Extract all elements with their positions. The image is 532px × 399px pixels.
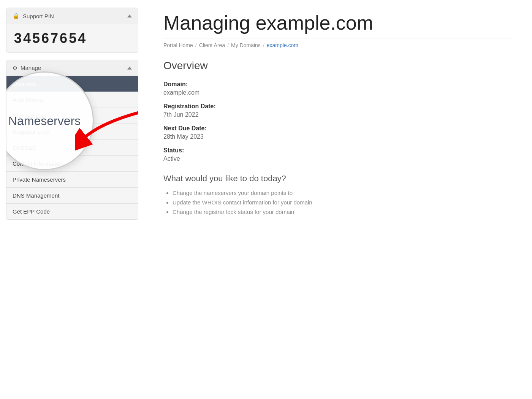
manage-menu-card: Manage Overview Auto Renew Nameservers R…: [6, 60, 138, 220]
next-due-label: Next Due Date:: [163, 125, 513, 132]
menu-item-privatens-label: Private Nameservers: [13, 176, 66, 183]
menu-item-dns[interactable]: DNS Management: [6, 188, 138, 204]
menu-item-privatens[interactable]: Private Nameservers: [6, 172, 138, 188]
breadcrumb: Portal Home / Client Area / My Domains /…: [163, 38, 513, 48]
support-pin-body: 34567654: [6, 24, 138, 52]
status-field: Status: Active: [163, 147, 513, 162]
next-due-field: Next Due Date: 28th May 2023: [163, 125, 513, 140]
manage-menu-header[interactable]: Manage: [6, 60, 138, 76]
chevron-up-icon: [127, 14, 132, 17]
breadcrumb-my-domains[interactable]: My Domains: [231, 42, 261, 48]
reg-date-value: 7th Jun 2022: [163, 111, 513, 118]
next-due-value: 28th May 2023: [163, 133, 513, 140]
domain-field: Domain: example.com: [163, 81, 513, 96]
menu-item-dns-label: DNS Management: [13, 192, 59, 199]
chevron-up-manage-icon: [127, 66, 132, 70]
todo-item-1[interactable]: Change the nameservers your domain point…: [173, 190, 513, 196]
support-pin-title: Support PIN: [23, 13, 54, 19]
gear-icon: [13, 65, 17, 71]
support-pin-header-left: 🔒 Support PIN: [13, 13, 54, 19]
overview-grid: Domain: example.com Registration Date: 7…: [163, 81, 513, 162]
breadcrumb-sep-1: /: [195, 42, 197, 48]
zoom-circle-text: Nameservers: [6, 106, 88, 136]
sidebar: 🔒 Support PIN 34567654 Manage Overview A…: [0, 0, 144, 399]
main-content: Managing example.com Portal Home / Clien…: [144, 0, 532, 399]
todo-list: Change the nameservers your domain point…: [163, 190, 513, 215]
reg-date-field: Registration Date: 7th Jun 2022: [163, 103, 513, 118]
menu-item-epp[interactable]: Get EPP Code: [6, 204, 138, 220]
breadcrumb-sep-2: /: [227, 42, 229, 48]
what-todo-title: What would you like to do today?: [163, 174, 513, 184]
todo-item-3[interactable]: Change the registrar lock status for you…: [173, 209, 513, 215]
manage-menu-header-left: Manage: [13, 65, 41, 71]
breadcrumb-sep-3: /: [263, 42, 264, 48]
todo-item-2[interactable]: Update the WHOIS contact information for…: [173, 199, 513, 206]
support-pin-value: 34567654: [14, 30, 130, 46]
domain-value: example.com: [163, 89, 513, 96]
breadcrumb-example-com[interactable]: example.com: [267, 42, 298, 48]
domain-label: Domain:: [163, 81, 513, 88]
status-label: Status:: [163, 147, 513, 154]
breadcrumb-portal-home[interactable]: Portal Home: [163, 42, 193, 48]
lock-icon: 🔒: [13, 13, 20, 19]
manage-title: Manage: [21, 65, 41, 71]
breadcrumb-client-area[interactable]: Client Area: [199, 42, 225, 48]
page-title: Managing example.com: [163, 11, 513, 34]
overview-section-title: Overview: [163, 60, 513, 72]
support-pin-header[interactable]: 🔒 Support PIN: [6, 8, 138, 24]
support-pin-card: 🔒 Support PIN 34567654: [6, 8, 138, 53]
reg-date-label: Registration Date:: [163, 103, 513, 110]
status-value: Active: [163, 155, 513, 162]
menu-item-epp-label: Get EPP Code: [13, 208, 50, 215]
